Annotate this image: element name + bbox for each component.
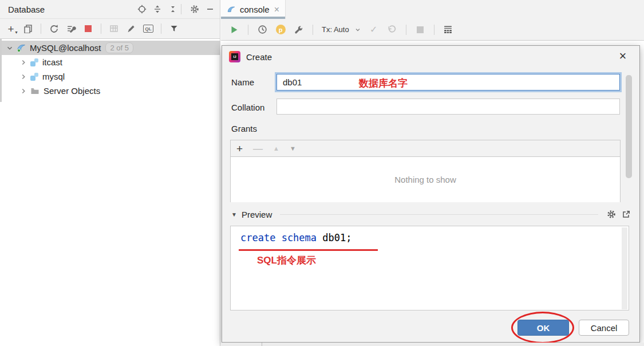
sql-keyword: create schema (240, 232, 317, 243)
cancel-button[interactable]: Cancel (579, 320, 629, 336)
collation-field-label: Collation (231, 103, 264, 112)
output-console-icon[interactable] (441, 22, 456, 37)
run-play-button[interactable] (227, 22, 242, 37)
bottom-strip (221, 343, 644, 346)
grants-toolbar: + — ▲ ▼ (231, 140, 620, 157)
separator (406, 25, 406, 35)
dialog-title: Create (246, 52, 272, 62)
separator (41, 23, 41, 34)
tab-label: console (240, 5, 270, 14)
chevron-down-icon[interactable] (353, 25, 363, 35)
move-up-icon[interactable]: ▲ (273, 145, 279, 152)
rollback-undo-icon[interactable] (385, 22, 400, 37)
preview-section-label: Preview (242, 210, 272, 219)
chevron-right-icon[interactable] (17, 73, 30, 81)
chevron-right-icon[interactable] (17, 87, 30, 95)
tree-node-server-objects[interactable]: Server Objects (0, 84, 220, 98)
create-schema-dialog: IJ Create × Name db01 数据库名字 Collation Gr… (222, 45, 640, 343)
expand-all-icon[interactable] (152, 4, 163, 14)
separator (313, 25, 313, 35)
separator (181, 4, 181, 14)
schema-count-badge: 2 of 5 (105, 42, 133, 53)
folder-label: Server Objects (44, 86, 100, 96)
dropdown-arrow-icon: ▾ (15, 30, 18, 35)
preview-settings-gear-icon[interactable] (606, 209, 617, 219)
dialog-scrollbar[interactable] (626, 75, 632, 178)
separator (101, 23, 101, 34)
mysql-dolphin-icon (226, 5, 236, 15)
tx-mode-label[interactable]: Tx: Auto (322, 25, 349, 34)
separator (248, 25, 248, 35)
commit-check-icon[interactable]: ✓ (366, 22, 381, 37)
schema-label: itcast (42, 57, 62, 67)
stop-disabled-button[interactable] (413, 22, 428, 37)
name-annotation: 数据库名字 (359, 77, 408, 90)
tree-node-itcast[interactable]: itcast (0, 55, 220, 69)
name-field-label: Name (231, 77, 254, 87)
mysql-dolphin-icon (16, 43, 26, 53)
panel-edge-strip (0, 39, 2, 102)
edit-pencil-icon[interactable] (124, 21, 139, 36)
separator (161, 23, 161, 34)
locate-object-icon[interactable] (137, 4, 147, 14)
tab-console[interactable]: console × (221, 0, 286, 19)
schema-label: mysql (42, 72, 65, 81)
collapse-triangle-icon[interactable]: ▼ (231, 211, 237, 218)
move-down-icon[interactable]: ▼ (290, 145, 296, 152)
preview-header: ▼ Preview (231, 209, 631, 220)
stop-button[interactable] (81, 21, 96, 36)
add-grant-icon[interactable]: + (236, 143, 243, 154)
preview-scrollbar[interactable] (622, 227, 627, 309)
history-clock-icon[interactable] (255, 22, 270, 37)
database-tool-window: Database +▾ (0, 0, 220, 346)
intellij-logo-icon: IJ (229, 51, 240, 62)
parameters-icon[interactable]: p (273, 22, 288, 37)
sql-identifier: db01; (317, 232, 351, 243)
name-input[interactable]: db01 数据库名字 (276, 74, 620, 91)
settings-gear-icon[interactable] (189, 4, 200, 14)
database-toolbar: +▾ QL (0, 19, 220, 39)
dialog-close-icon[interactable]: × (617, 50, 629, 63)
data-source-properties-icon[interactable] (64, 21, 78, 36)
gutter-line (262, 343, 262, 346)
grants-panel: + — ▲ ▼ Nothing to show (230, 140, 621, 202)
empty-list-text: Nothing to show (394, 175, 456, 184)
name-input-value: db01 (283, 77, 302, 87)
sql-preview-editor[interactable]: create schema db01; SQL指令展示 (230, 226, 629, 310)
divider (280, 214, 598, 215)
chevron-down-icon[interactable] (3, 44, 16, 52)
wrench-settings-icon[interactable] (291, 22, 306, 37)
close-tab-icon[interactable]: × (274, 5, 279, 14)
database-panel-header: Database (0, 0, 220, 19)
duplicate-button[interactable] (21, 21, 35, 36)
connection-label: MySQL@localhost (30, 43, 101, 53)
sql-annotation: SQL指令展示 (257, 254, 316, 267)
database-panel-title: Database (8, 5, 132, 14)
hide-panel-icon[interactable] (205, 4, 215, 14)
filter-funnel-icon[interactable] (167, 21, 181, 36)
editor-tab-bar: console × (221, 0, 644, 19)
add-data-source-button[interactable]: +▾ (3, 21, 18, 36)
schema-icon (30, 58, 39, 67)
chevron-right-icon[interactable] (17, 58, 30, 66)
separator (434, 25, 434, 35)
remove-grant-icon[interactable]: — (253, 144, 263, 154)
console-toolbar: p Tx: Auto ✓ (221, 19, 644, 41)
tree-node-mysql-connection[interactable]: MySQL@localhost 2 of 5 (0, 41, 220, 55)
jump-to-console-icon[interactable]: QL (141, 21, 156, 36)
ok-button[interactable]: OK (517, 320, 569, 336)
dialog-titlebar[interactable]: IJ Create (222, 46, 639, 68)
open-in-editor-icon[interactable] (621, 209, 631, 219)
sql-statement: create schema db01; (240, 232, 351, 243)
grants-list: Nothing to show (231, 157, 620, 202)
database-tree: MySQL@localhost 2 of 5 itcast mysql (0, 39, 220, 98)
grants-section-label: Grants (231, 124, 257, 133)
refresh-icon[interactable] (46, 21, 61, 36)
folder-icon (30, 86, 40, 96)
annotation-underline (239, 249, 378, 251)
tree-node-mysql-schema[interactable]: mysql (0, 69, 220, 84)
table-view-icon[interactable] (106, 21, 121, 36)
collation-input[interactable] (276, 99, 620, 115)
collapse-all-icon[interactable] (168, 4, 178, 14)
active-tab-underline (221, 17, 285, 19)
